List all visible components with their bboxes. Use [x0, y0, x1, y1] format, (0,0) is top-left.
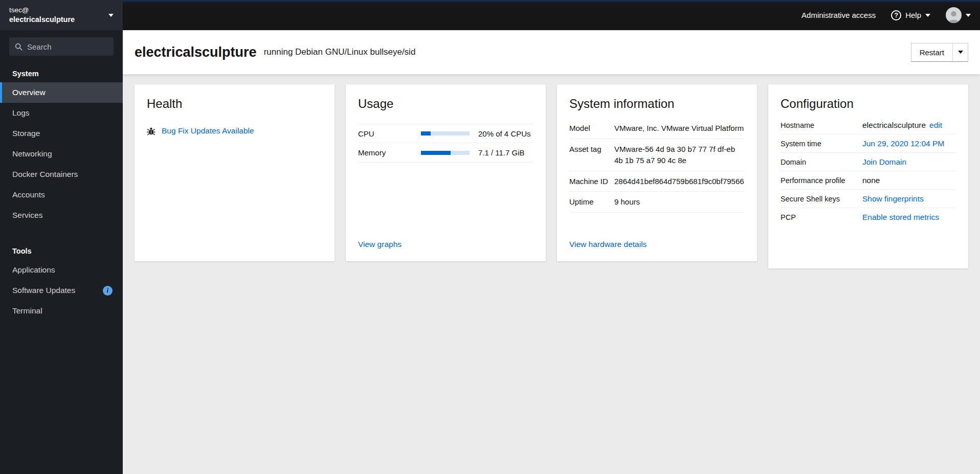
- nav-section-system: System: [0, 56, 123, 82]
- configuration-table: Hostname electricalsculpture edit System…: [781, 116, 956, 226]
- restart-split-button: Restart: [911, 43, 968, 62]
- memory-progress-fill: [421, 151, 451, 155]
- sidebar-item-terminal[interactable]: Terminal: [0, 301, 123, 321]
- table-row: System time Jun 29, 2020 12:04 PM: [781, 134, 956, 153]
- masthead: Administrative access ? Help: [123, 0, 980, 30]
- edit-hostname-link[interactable]: edit: [929, 121, 942, 130]
- sidebar-item-label: Networking: [12, 149, 52, 159]
- uptime-value: 9 hours: [614, 196, 745, 208]
- performance-profile-value: none: [862, 176, 880, 185]
- system-time-link[interactable]: Jun 29, 2020 12:04 PM: [862, 139, 944, 148]
- nav-section-tools: Tools: [0, 225, 123, 260]
- sidebar-item-docker-containers[interactable]: Docker Containers: [0, 164, 123, 185]
- page-title: electricalsculpture: [135, 44, 257, 60]
- system-information-card: System information Model VMware, Inc. VM…: [557, 84, 757, 261]
- restart-dropdown-toggle[interactable]: [952, 43, 968, 62]
- hostname-label: Hostname: [781, 121, 862, 129]
- user-menu[interactable]: [946, 7, 971, 23]
- sidebar-item-applications[interactable]: Applications: [0, 260, 123, 280]
- usage-table: CPU 20% of 4 CPUs Memory 7.1 / 11.7 GiB: [358, 124, 533, 163]
- memory-label: Memory: [358, 148, 421, 157]
- asset-tag-label: Asset tag: [569, 144, 614, 167]
- search-box[interactable]: [9, 37, 114, 56]
- sidebar-item-software-updates[interactable]: Software Updates i: [0, 280, 123, 301]
- pcp-label: PCP: [781, 213, 862, 221]
- bug-icon: [147, 127, 155, 136]
- secure-shell-keys-label: Secure Shell keys: [781, 195, 862, 203]
- table-row: Secure Shell keys Show fingerprints: [781, 190, 956, 208]
- cpu-value: 20% of 4 CPUs: [478, 129, 531, 138]
- health-card-title: Health: [147, 97, 322, 111]
- usage-row-memory: Memory 7.1 / 11.7 GiB: [358, 143, 533, 163]
- sidebar-item-label: Docker Containers: [12, 170, 78, 179]
- sidebar-item-accounts[interactable]: Accounts: [0, 185, 123, 205]
- host-user: tsec@: [9, 6, 75, 15]
- sidebar-item-label: Logs: [12, 108, 30, 118]
- chevron-down-icon: [925, 14, 930, 17]
- uptime-label: Uptime: [569, 196, 614, 208]
- table-row: Performance profile none: [781, 171, 956, 190]
- asset-tag-value: VMware-56 4d 9a 30 b7 77 7f df-eb 4b 1b …: [614, 144, 745, 167]
- page-header: electricalsculpture running Debian GNU/L…: [123, 30, 980, 74]
- view-hardware-details-link[interactable]: View hardware details: [569, 240, 745, 249]
- help-menu[interactable]: ? Help: [891, 10, 930, 20]
- view-graphs-link[interactable]: View graphs: [358, 240, 533, 249]
- configuration-card: Configuration Hostname electricalsculptu…: [768, 84, 968, 268]
- help-icon: ?: [891, 10, 901, 20]
- host-switcher[interactable]: tsec@ electricalsculpture: [0, 0, 123, 30]
- memory-value: 7.1 / 11.7 GiB: [478, 148, 525, 157]
- table-row: Domain Join Domain: [781, 153, 956, 171]
- sidebar-item-overview[interactable]: Overview: [0, 82, 123, 103]
- model-label: Model: [569, 123, 614, 134]
- avatar: [946, 7, 962, 23]
- table-row: Machine ID 2864d41bef864d759b681f9c0bf79…: [569, 171, 745, 192]
- chevron-down-icon: [958, 51, 963, 54]
- table-row: Hostname electricalsculpture edit: [781, 116, 956, 134]
- table-row: Model VMware, Inc. VMware Virtual Platfo…: [569, 118, 745, 139]
- user-icon: [946, 9, 962, 23]
- system-information-table: Model VMware, Inc. VMware Virtual Platfo…: [569, 118, 745, 213]
- hostname-value: electricalsculpture: [862, 121, 926, 130]
- overview-content: Health Bug Fix Updates Available Usage: [123, 74, 980, 474]
- usage-row-cpu: CPU 20% of 4 CPUs: [358, 124, 533, 143]
- enable-stored-metrics-link[interactable]: Enable stored metrics: [862, 213, 939, 222]
- model-value: VMware, Inc. VMware Virtual Platform: [614, 123, 745, 134]
- sidebar-item-label: Services: [12, 211, 42, 220]
- usage-card-title: Usage: [358, 97, 533, 111]
- sidebar-item-label: Storage: [12, 129, 40, 138]
- join-domain-link[interactable]: Join Domain: [862, 157, 906, 167]
- machine-id-label: Machine ID: [569, 176, 614, 188]
- domain-label: Domain: [781, 158, 862, 166]
- cpu-progress-fill: [421, 131, 431, 136]
- sidebar-item-services[interactable]: Services: [0, 205, 123, 225]
- configuration-card-title: Configuration: [781, 97, 956, 111]
- performance-profile-label: Performance profile: [781, 176, 862, 185]
- cpu-progress-bar: [421, 131, 470, 136]
- bug-fix-updates-link[interactable]: Bug Fix Updates Available: [162, 126, 254, 136]
- restart-button[interactable]: Restart: [911, 43, 952, 62]
- sidebar-item-label: Accounts: [12, 190, 45, 199]
- machine-id-value: 2864d41bef864d759b681f9c0bf79566: [614, 176, 745, 188]
- search-icon: [15, 43, 23, 51]
- system-information-card-title: System information: [569, 97, 745, 111]
- system-time-label: System time: [781, 140, 862, 148]
- health-card: Health Bug Fix Updates Available: [135, 84, 335, 261]
- sidebar: tsec@ electricalsculpture System Overvie…: [0, 0, 123, 474]
- chevron-down-icon: [966, 14, 971, 17]
- show-fingerprints-link[interactable]: Show fingerprints: [862, 194, 924, 204]
- sidebar-item-label: Overview: [12, 88, 46, 97]
- sidebar-item-label: Applications: [12, 265, 55, 275]
- usage-card: Usage CPU 20% of 4 CPUs Memory 7.1 / 11.…: [346, 84, 546, 261]
- table-row: Uptime 9 hours: [569, 192, 745, 213]
- os-subtitle: running Debian GNU/Linux bullseye/sid: [264, 47, 416, 57]
- search-input[interactable]: [27, 42, 108, 51]
- memory-progress-bar: [421, 151, 470, 155]
- sidebar-item-storage[interactable]: Storage: [0, 123, 123, 144]
- administrative-access-label: Administrative access: [801, 11, 876, 19]
- administrative-access-button[interactable]: Administrative access: [801, 11, 876, 19]
- sidebar-item-logs[interactable]: Logs: [0, 103, 123, 123]
- host-name: electricalsculpture: [9, 15, 75, 24]
- cpu-label: CPU: [358, 129, 421, 138]
- sidebar-item-networking[interactable]: Networking: [0, 144, 123, 164]
- sidebar-item-label: Terminal: [12, 306, 42, 315]
